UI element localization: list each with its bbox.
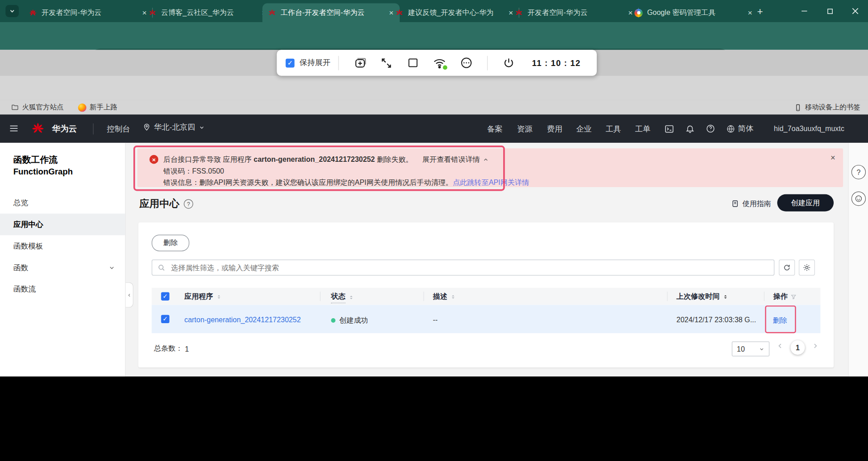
- col-actions[interactable]: 操作: [774, 292, 797, 301]
- bookmark-folder-item[interactable]: 火狐官方站点: [11, 103, 63, 112]
- brand-label[interactable]: 华为云: [52, 124, 77, 134]
- filter-search-input[interactable]: [170, 263, 774, 273]
- console-menu-icon[interactable]: [9, 123, 19, 133]
- sort-icon[interactable]: [450, 294, 456, 300]
- alert-error-code: 错误码：FSS.0500: [163, 167, 224, 177]
- delete-button[interactable]: 删除: [152, 235, 189, 251]
- network-wifi-icon[interactable]: [432, 56, 447, 70]
- sort-icon-active[interactable]: [722, 294, 728, 300]
- sidebar-subtitle: FunctionGraph: [13, 165, 125, 177]
- filter-funnel-icon[interactable]: [791, 294, 797, 300]
- mobile-bookmarks-item[interactable]: 移动设备上的书签: [794, 103, 860, 112]
- new-tab-button[interactable]: +: [753, 5, 767, 19]
- phone-icon: [794, 104, 802, 111]
- nav-billing[interactable]: 费用: [547, 125, 562, 135]
- row-description: --: [433, 315, 438, 324]
- col-modified[interactable]: 上次修改时间: [676, 292, 728, 301]
- chevron-down-icon: [9, 8, 16, 14]
- col-description[interactable]: 描述: [433, 292, 456, 301]
- help-icon[interactable]: [706, 124, 715, 133]
- window-close-button[interactable]: [843, 0, 868, 22]
- sidebar: 函数工作流 FunctionGraph 总览 应用中心 函数模板 函数 函数流: [0, 143, 126, 376]
- alert-app-name: carton-generation_20241217230252: [254, 155, 375, 163]
- col-app-name[interactable]: 应用程序: [184, 292, 222, 301]
- page-help-icon[interactable]: ?: [184, 199, 193, 208]
- google-icon: [634, 9, 642, 17]
- bookmark-item[interactable]: 新手上路: [78, 103, 118, 112]
- tab-search-button[interactable]: [5, 5, 19, 17]
- table-header: ✓ 应用程序 状态 描述 上次修改时间 操作: [152, 288, 821, 305]
- nav-resources[interactable]: 资源: [517, 125, 533, 135]
- user-id[interactable]: hid_7oa3uuxfq_muxtc: [774, 125, 857, 133]
- expand-error-details[interactable]: 展开查看错误详情: [422, 155, 489, 165]
- rdp-clock: 11 : 10 : 12: [532, 58, 581, 68]
- chrome-tab-6[interactable]: Google 密码管理工具 ×: [629, 3, 759, 22]
- notifications-bell-icon[interactable]: [685, 124, 695, 133]
- huawei-favicon: [515, 9, 523, 17]
- sort-icon[interactable]: [216, 294, 222, 300]
- alert-close-icon[interactable]: ×: [830, 153, 835, 162]
- sort-icon[interactable]: [348, 294, 354, 300]
- toolbar-divider: [487, 56, 488, 70]
- sidebar-collapse-handle[interactable]: [126, 282, 133, 307]
- console-header: 华为云 控制台 华北-北京四 搜索云服... 备案 资源 费用 企业 工具 工单…: [0, 114, 868, 142]
- search-icon: [158, 263, 165, 271]
- chrome-tab-2[interactable]: 云博客_云社区_华为云 ×: [143, 3, 273, 22]
- nav-enterprise[interactable]: 企业: [576, 125, 592, 135]
- chrome-tab-5[interactable]: 开发者空间-华为云 ×: [509, 3, 639, 22]
- usage-guide-button[interactable]: 使用指南: [731, 199, 771, 209]
- col-status[interactable]: 状态: [331, 292, 354, 303]
- prev-page-icon[interactable]: [776, 342, 784, 350]
- window-maximize-button[interactable]: [817, 0, 842, 22]
- chrome-tab-3-active[interactable]: 工作台-开发者空间-华为云 ×: [262, 3, 400, 22]
- nav-beian[interactable]: 备案: [487, 125, 503, 135]
- sidebar-item-app-center[interactable]: 应用中心: [0, 214, 125, 235]
- nav-tools[interactable]: 工具: [606, 125, 621, 135]
- window-minimize-button[interactable]: [792, 0, 817, 22]
- language-selector[interactable]: 简体: [726, 124, 754, 134]
- select-all-checkbox[interactable]: ✓: [161, 292, 169, 301]
- tab-label: 建议反馈_开发者中心-华为: [408, 8, 502, 18]
- row-delete-link[interactable]: 删除: [773, 315, 787, 325]
- row-checkbox[interactable]: ✓: [161, 315, 169, 323]
- table-row[interactable]: ✓ carton-generation_20241217230252 创建成功 …: [152, 305, 821, 333]
- current-page-button[interactable]: 1: [791, 340, 805, 355]
- sidebar-item-overview[interactable]: 总览: [0, 192, 125, 214]
- app-name-link[interactable]: carton-generation_20241217230252: [184, 315, 301, 324]
- column-divider: [424, 292, 424, 301]
- new-window-icon[interactable]: [353, 56, 367, 70]
- refresh-search-button[interactable]: [779, 259, 795, 276]
- float-feedback-smiley-button[interactable]: [851, 192, 866, 206]
- region-selector[interactable]: 华北-北京四: [143, 122, 205, 132]
- nav-tickets[interactable]: 工单: [635, 125, 650, 135]
- cli-terminal-icon[interactable]: [664, 124, 674, 134]
- chrome-tab-4[interactable]: 建议反馈_开发者中心-华为 ×: [390, 3, 519, 22]
- keep-expanded-checkbox[interactable]: ✓: [286, 58, 295, 67]
- chrome-tab-1[interactable]: 开发者空间-华为云 ×: [23, 3, 153, 22]
- sidebar-item-functions[interactable]: 函数: [0, 257, 125, 278]
- tab-label: 开发者空间-华为云: [528, 8, 622, 18]
- language-label: 简体: [738, 124, 753, 134]
- console-label[interactable]: 控制台: [107, 125, 130, 135]
- next-page-icon[interactable]: [811, 342, 819, 350]
- status-badge: 创建成功: [331, 315, 368, 325]
- goto-apig-link[interactable]: 点此跳转至API网关详情: [453, 178, 529, 186]
- guide-doc-icon: [731, 200, 739, 207]
- create-app-button[interactable]: 创建应用: [777, 194, 834, 212]
- row-modified-time: 2024/12/17 23:03:38 G...: [676, 315, 756, 324]
- float-help-button[interactable]: ?: [851, 165, 866, 179]
- display-icon[interactable]: [406, 56, 420, 70]
- folder-icon: [11, 103, 19, 111]
- page-size-select[interactable]: 10: [732, 342, 769, 357]
- tab-label: 工作台-开发者空间-华为云: [281, 8, 383, 18]
- power-icon[interactable]: [501, 56, 516, 70]
- settings-gear-button[interactable]: [799, 259, 815, 276]
- region-label: 华北-北京四: [154, 122, 195, 132]
- filter-search-bar[interactable]: [152, 259, 775, 276]
- error-icon: ×: [150, 155, 159, 164]
- tab-label: 云博客_云社区_华为云: [161, 8, 255, 18]
- sidebar-item-flows[interactable]: 函数流: [0, 278, 125, 300]
- fullscreen-icon[interactable]: [379, 56, 394, 70]
- more-options-icon[interactable]: [459, 56, 473, 70]
- sidebar-item-templates[interactable]: 函数模板: [0, 235, 125, 257]
